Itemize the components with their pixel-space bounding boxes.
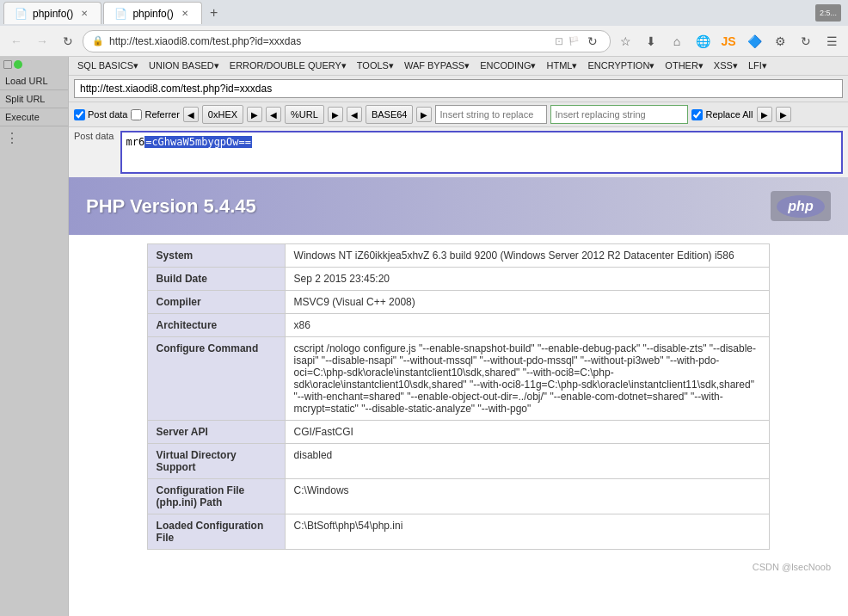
menu-other[interactable]: OTHER▾ (660, 59, 709, 73)
tab-2-close[interactable]: ✕ (179, 8, 191, 20)
sidebar: Load URL Split URL Execute ⋮ (0, 57, 69, 616)
row-value: cscript /nologo configure.js "--enable-s… (285, 337, 770, 421)
tab-2-title: phpinfo() (132, 8, 173, 20)
base64-right-arrow[interactable]: ▶ (416, 107, 432, 122)
hex-button[interactable]: 0xHEX (202, 105, 243, 124)
table-row: Virtual Directory Support disabled (147, 444, 770, 479)
tool-menus-bar: SQL BASICS▾ UNION BASED▾ ERROR/DOUBLE QU… (69, 57, 848, 76)
base64-left-arrow[interactable]: ◀ (347, 107, 362, 122)
url-input[interactable] (74, 79, 843, 98)
watermark: CSDN @lsecNoob (69, 558, 848, 576)
sidebar-extra-dots: ⋮ (0, 126, 68, 150)
vue-icon[interactable]: 🔷 (743, 30, 765, 52)
sidebar-collapse-icon[interactable] (3, 60, 12, 69)
hex-right-arrow[interactable]: ▶ (247, 107, 262, 122)
url-right-arrow[interactable]: ▶ (328, 107, 343, 122)
menu-sql-basics[interactable]: SQL BASICS▾ (72, 59, 144, 73)
referrer-checkbox-label[interactable]: Referrer (131, 109, 179, 120)
table-row: System Windows NT iZ60ikkjea5xhvZ 6.3 bu… (147, 244, 770, 268)
row-key: System (147, 244, 285, 268)
ssl-icon: 🔒 (92, 35, 104, 46)
url-left-arrow[interactable]: ◀ (266, 107, 281, 122)
svg-text:php: php (787, 199, 814, 213)
post-data-input-area[interactable]: mr6=cGhwaW5mbygpOw== (120, 131, 843, 174)
download-icon[interactable]: ⬇ (640, 30, 662, 52)
post-data-checkbox-label[interactable]: Post data (74, 109, 127, 120)
forward-button[interactable]: → (31, 30, 53, 52)
js-button[interactable]: JS (717, 30, 740, 52)
sync-icon[interactable]: ↻ (795, 30, 817, 52)
row-key: Loaded Configuration File (147, 514, 285, 550)
url-encode-button[interactable]: %URL (285, 105, 324, 124)
active-indicator (14, 60, 22, 69)
menu-xss[interactable]: XSS▾ (709, 59, 743, 73)
table-row: Build Date Sep 2 2015 23:45:20 (147, 268, 770, 291)
replace-all-checkbox-label[interactable]: Replace All (691, 109, 753, 120)
replace-left-arrow[interactable]: ▶ (757, 107, 772, 122)
replace-all-checkbox[interactable] (691, 109, 703, 120)
tab-1-close[interactable]: ✕ (78, 8, 90, 20)
menu-error-double[interactable]: ERROR/DOUBLE QUERY▾ (224, 59, 352, 73)
post-data-highlighted: =cGhwaW5mbygpOw== (144, 136, 252, 148)
menu-html[interactable]: HTML▾ (541, 59, 582, 73)
flag-icon: 🏳️ (568, 36, 579, 46)
hex-left-arrow[interactable]: ◀ (183, 107, 199, 122)
menu-tools[interactable]: TOOLS▾ (352, 59, 399, 73)
row-value: C:\Windows (285, 479, 770, 514)
tab-1-title: phpinfo() (33, 8, 73, 20)
tab-2-favicon: 📄 (114, 8, 127, 20)
insert-replacing-field[interactable] (550, 105, 688, 124)
row-value: x86 (285, 314, 770, 337)
browser-menu: 2:5... (815, 4, 841, 22)
refresh-url-button[interactable]: ↻ (584, 33, 601, 50)
menu-union-based[interactable]: UNION BASED▾ (144, 59, 224, 73)
row-key: Configuration File (php.ini) Path (147, 479, 285, 514)
row-key: Compiler (147, 291, 285, 314)
referrer-checkbox[interactable] (131, 109, 142, 120)
menu-encryption[interactable]: ENCRYPTION▾ (582, 59, 660, 73)
reload-button[interactable]: ↻ (57, 30, 79, 52)
row-key: Virtual Directory Support (147, 444, 285, 479)
row-key: Server API (147, 421, 285, 444)
row-key: Build Date (147, 268, 285, 291)
table-row: Server API CGI/FastCGI (147, 421, 770, 444)
menu-lfi[interactable]: LFI▾ (743, 59, 772, 73)
sidebar-execute[interactable]: Execute (0, 108, 68, 126)
row-value: C:\BtSoft\php\54\php.ini (285, 514, 770, 550)
toolbar-row: Post data Referrer ◀ 0xHEX ▶ ◀ %URL ▶ ◀ … (69, 102, 848, 127)
new-tab-button[interactable]: + (204, 3, 224, 23)
base64-button[interactable]: BASE64 (366, 105, 414, 124)
home-icon[interactable]: ⌂ (666, 30, 688, 52)
url-input-row (69, 76, 848, 102)
table-row: Loaded Configuration File C:\BtSoft\php\… (147, 514, 770, 550)
bookmark-star[interactable]: ☆ (614, 30, 636, 52)
row-value: disabled (285, 444, 770, 479)
settings-icon[interactable]: ⚙ (769, 30, 791, 52)
tab-2[interactable]: 📄 phpinfo() ✕ (103, 2, 201, 24)
table-row: Configure Command cscript /nologo config… (147, 337, 770, 421)
insert-string-field[interactable] (435, 105, 547, 124)
back-button[interactable]: ← (5, 30, 28, 52)
post-data-checkbox[interactable] (74, 109, 85, 120)
menu-waf-bypass[interactable]: WAF BYPASS▾ (399, 59, 475, 73)
reader-icon: ⊡ (555, 35, 563, 47)
row-value: MSVC9 (Visual C++ 2008) (285, 291, 770, 314)
phpinfo-title: PHP Version 5.4.45 (86, 195, 256, 218)
table-row: Compiler MSVC9 (Visual C++ 2008) (147, 291, 770, 314)
menu-icon[interactable]: ☰ (820, 30, 843, 52)
table-row: Configuration File (php.ini) Path C:\Win… (147, 479, 770, 514)
tab-1[interactable]: 📄 phpinfo() ✕ (3, 2, 101, 24)
sidebar-load-url[interactable]: Load URL (0, 72, 68, 90)
phpinfo-content: PHP Version 5.4.45 php System Windows NT… (69, 177, 848, 616)
tab-1-favicon: 📄 (15, 8, 28, 20)
sidebar-split-url[interactable]: Split URL (0, 90, 68, 108)
phpinfo-header: PHP Version 5.4.45 php (69, 177, 848, 235)
table-row: Architecture x86 (147, 314, 770, 337)
row-key: Architecture (147, 314, 285, 337)
globe-icon[interactable]: 🌐 (691, 30, 714, 52)
post-data-container: Post data mr6=cGhwaW5mbygpOw== (69, 127, 848, 177)
replace-right-arrow[interactable]: ▶ (776, 107, 791, 122)
row-value: CGI/FastCGI (285, 421, 770, 444)
menu-encoding[interactable]: ENCODING▾ (475, 59, 541, 73)
url-display: http://test.xiaodi8.com/test.php?id=xxxd… (109, 35, 550, 47)
